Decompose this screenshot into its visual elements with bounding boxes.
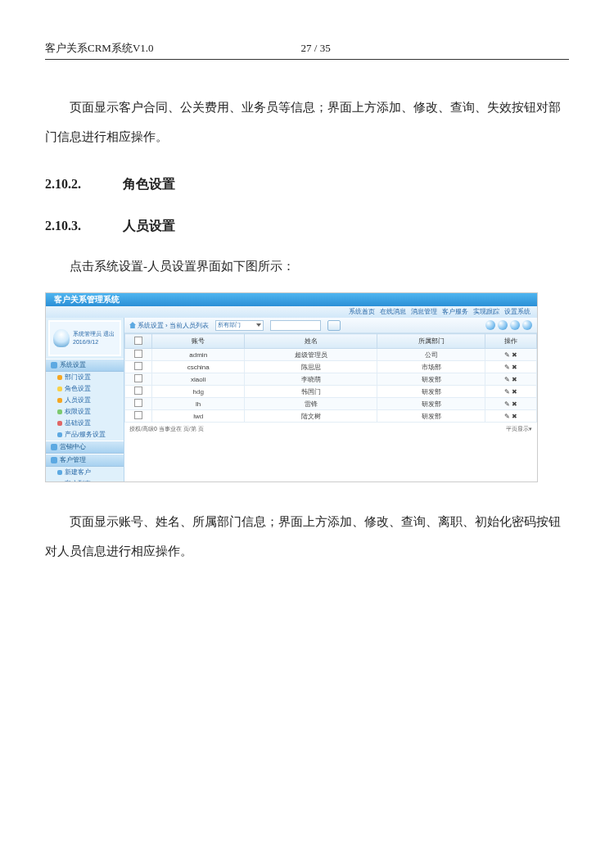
sidebar-item[interactable]: 人员设置: [46, 395, 124, 406]
sidebar: 系统管理员 退出 2016/9/12 系统设置部门设置角色设置人员设置权限设置基…: [46, 318, 124, 481]
col-header: 操作: [485, 334, 537, 349]
checkbox[interactable]: [134, 374, 142, 382]
topnav-link[interactable]: 设置系统: [504, 308, 530, 315]
bullet-icon: [57, 481, 62, 482]
search-button[interactable]: [327, 320, 341, 331]
pager: [485, 320, 532, 330]
folder-icon: [51, 362, 57, 368]
paragraph-1: 页面显示客户合同、公关费用、业务员等信息；界面上方添加、修改、查询、失效按钮对部…: [45, 93, 569, 151]
user-table: 账号姓名所属部门操作 admin超级管理员公司✎ ✖cschina陈思思市场部✎…: [124, 333, 537, 423]
table-footer: 授权/高级0 当事业在 页/第 页 平页显示▾: [124, 423, 537, 436]
checkbox[interactable]: [134, 362, 142, 370]
user-name[interactable]: 系统管理员 退出: [73, 330, 115, 338]
crm-screenshot: 客户关系管理系统 系统首页在线消息消息管理客户服务实现跟踪设置系统 系统管理员 …: [45, 292, 538, 482]
row-actions[interactable]: ✎ ✖: [485, 398, 537, 410]
topnav-link[interactable]: 在线消息: [380, 308, 406, 315]
page-header: 客户关系CRM系统V1.0 27 / 35: [45, 41, 569, 60]
nav-group-head[interactable]: 系统设置: [46, 359, 124, 372]
bullet-icon: [57, 387, 62, 391]
sidebar-item[interactable]: 客户列表: [46, 478, 124, 482]
table-row[interactable]: cschina陈思思市场部✎ ✖: [125, 361, 537, 373]
topnav-link[interactable]: 实现跟踪: [473, 308, 499, 315]
paragraph-3: 页面显示账号、姓名、所属部门信息；界面上方添加、修改、查询、离职、初始化密码按钮…: [45, 507, 569, 566]
bullet-icon: [57, 421, 62, 426]
col-header: 所属部门: [377, 334, 485, 349]
table-row[interactable]: admin超级管理员公司✎ ✖: [125, 349, 537, 361]
breadcrumb: 系统设置 › 当前人员列表: [129, 321, 209, 330]
heading-2-10-2: 2.10.2.角色设置: [45, 176, 569, 193]
first-page-button[interactable]: [485, 320, 495, 330]
row-actions[interactable]: ✎ ✖: [485, 349, 537, 361]
row-actions[interactable]: ✎ ✖: [485, 361, 537, 373]
bullet-icon: [57, 432, 62, 437]
table-row[interactable]: lh雷锋研发部✎ ✖: [125, 398, 537, 410]
page-number: 27 / 35: [301, 42, 331, 55]
row-actions[interactable]: ✎ ✖: [485, 386, 537, 398]
nav-group-head[interactable]: 客户管理: [46, 454, 124, 467]
next-page-button[interactable]: [510, 320, 520, 330]
last-page-button[interactable]: [522, 320, 532, 330]
checkbox[interactable]: [134, 387, 142, 395]
heading-2-10-3: 2.10.3.人员设置: [45, 218, 569, 235]
checkbox[interactable]: [134, 399, 142, 407]
table-row[interactable]: lwd陆文树研发部✎ ✖: [125, 410, 537, 423]
topnav-link[interactable]: 客户服务: [442, 308, 468, 315]
row-actions[interactable]: ✎ ✖: [485, 373, 537, 386]
home-icon[interactable]: [129, 322, 136, 328]
sidebar-item[interactable]: 产品/服务设置: [46, 429, 124, 441]
dept-select[interactable]: 所有部门: [215, 320, 264, 331]
user-date: 2016/9/12: [73, 338, 115, 346]
checkbox[interactable]: [134, 337, 142, 345]
bullet-icon: [57, 409, 62, 414]
bullet-icon: [57, 398, 62, 403]
sidebar-item[interactable]: 权限设置: [46, 406, 124, 418]
top-nav: 系统首页在线消息消息管理客户服务实现跟踪设置系统: [46, 306, 537, 318]
search-input[interactable]: [270, 320, 321, 331]
topnav-link[interactable]: 消息管理: [411, 308, 437, 315]
bullet-icon: [57, 375, 62, 380]
paragraph-2: 点击系统设置-人员设置界面如下图所示：: [45, 251, 569, 281]
sidebar-item[interactable]: 基础设置: [46, 418, 124, 429]
table-row[interactable]: hdg韩国门研发部✎ ✖: [125, 386, 537, 398]
toolbar: 系统设置 › 当前人员列表 所有部门: [124, 318, 537, 333]
checkbox[interactable]: [134, 411, 142, 419]
topnav-link[interactable]: 系统首页: [349, 308, 375, 315]
col-header: 账号: [152, 334, 245, 349]
user-box: 系统管理员 退出 2016/9/12: [48, 320, 121, 356]
sidebar-item[interactable]: 角色设置: [46, 383, 124, 395]
chevron-down-icon: [256, 323, 261, 327]
col-header: 姓名: [245, 334, 377, 349]
sidebar-item[interactable]: 部门设置: [46, 372, 124, 383]
sidebar-item[interactable]: 新建客户: [46, 467, 124, 478]
folder-icon: [51, 457, 57, 463]
folder-icon: [51, 444, 57, 450]
doc-title: 客户关系CRM系统V1.0: [45, 41, 154, 56]
nav-group-head[interactable]: 营销中心: [46, 441, 124, 454]
col-header: [125, 334, 152, 349]
table-row[interactable]: xiaoli李晓萌研发部✎ ✖: [125, 373, 537, 386]
avatar: [53, 329, 70, 347]
app-title: 客户关系管理系统: [46, 293, 537, 306]
row-actions[interactable]: ✎ ✖: [485, 410, 537, 423]
checkbox[interactable]: [134, 350, 142, 358]
prev-page-button[interactable]: [498, 320, 508, 330]
bullet-icon: [57, 470, 62, 475]
page-size-select[interactable]: 平页显示▾: [506, 425, 532, 433]
